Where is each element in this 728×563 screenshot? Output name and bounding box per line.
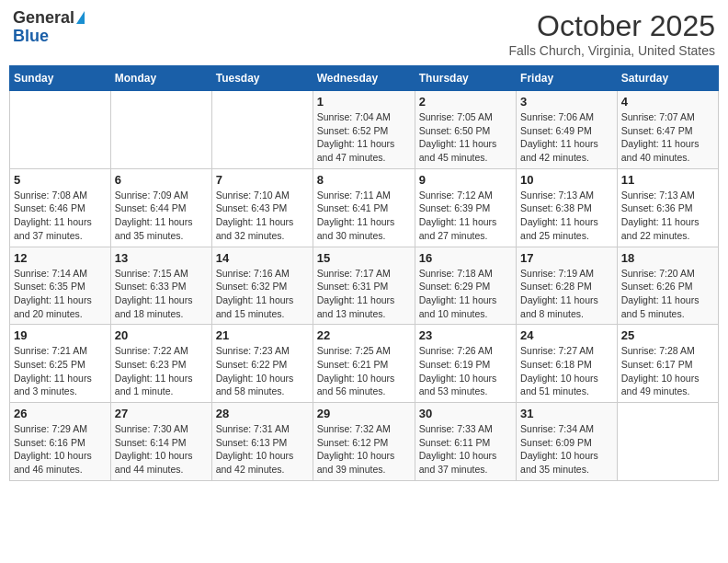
day-info: Sunrise: 7:25 AM Sunset: 6:21 PM Dayligh… — [317, 344, 411, 398]
day-number: 2 — [419, 95, 512, 109]
calendar-cell: 5Sunrise: 7:08 AM Sunset: 6:46 PM Daylig… — [10, 168, 111, 247]
day-number: 29 — [317, 407, 411, 420]
day-number: 26 — [14, 407, 107, 420]
day-info: Sunrise: 7:17 AM Sunset: 6:31 PM Dayligh… — [317, 267, 411, 321]
calendar-cell: 27Sunrise: 7:30 AM Sunset: 6:14 PM Dayli… — [110, 403, 211, 481]
day-info: Sunrise: 7:20 AM Sunset: 6:26 PM Dayligh… — [621, 267, 714, 321]
day-number: 25 — [621, 328, 714, 342]
calendar-cell: 19Sunrise: 7:21 AM Sunset: 6:25 PM Dayli… — [10, 325, 111, 403]
calendar-table: SundayMondayTuesdayWednesdayThursdayFrid… — [9, 65, 719, 481]
calendar-cell: 31Sunrise: 7:34 AM Sunset: 6:09 PM Dayli… — [517, 403, 618, 481]
calendar-cell: 24Sunrise: 7:27 AM Sunset: 6:18 PM Dayli… — [517, 325, 618, 403]
calendar-cell: 23Sunrise: 7:26 AM Sunset: 6:19 PM Dayli… — [415, 325, 516, 403]
day-number: 8 — [317, 173, 411, 187]
day-number: 21 — [216, 328, 309, 342]
day-info: Sunrise: 7:31 AM Sunset: 6:13 PM Dayligh… — [216, 422, 309, 477]
calendar-cell: 10Sunrise: 7:13 AM Sunset: 6:38 PM Dayli… — [517, 168, 618, 247]
calendar-cell: 30Sunrise: 7:33 AM Sunset: 6:11 PM Dayli… — [415, 403, 516, 481]
day-number: 28 — [216, 407, 309, 420]
calendar-cell — [617, 403, 718, 481]
day-info: Sunrise: 7:05 AM Sunset: 6:50 PM Dayligh… — [419, 110, 512, 165]
week-row-1: 1Sunrise: 7:04 AM Sunset: 6:52 PM Daylig… — [10, 91, 719, 169]
day-info: Sunrise: 7:21 AM Sunset: 6:25 PM Dayligh… — [14, 344, 107, 398]
calendar-cell: 20Sunrise: 7:22 AM Sunset: 6:23 PM Dayli… — [110, 325, 211, 403]
day-number: 5 — [14, 173, 107, 187]
calendar-cell: 2Sunrise: 7:05 AM Sunset: 6:50 PM Daylig… — [415, 91, 516, 169]
day-number: 1 — [317, 95, 411, 109]
weekday-header-saturday: Saturday — [617, 66, 718, 91]
day-number: 9 — [419, 173, 512, 187]
day-number: 7 — [216, 173, 309, 187]
month-title: October 2025 — [508, 9, 715, 43]
day-number: 27 — [115, 407, 208, 420]
weekday-header-wednesday: Wednesday — [313, 66, 415, 91]
title-block: October 2025 Falls Church, Virginia, Uni… — [508, 9, 715, 58]
day-number: 17 — [520, 251, 613, 265]
calendar-cell — [211, 91, 313, 169]
day-number: 6 — [115, 173, 208, 187]
day-info: Sunrise: 7:07 AM Sunset: 6:47 PM Dayligh… — [621, 110, 714, 165]
calendar-cell: 28Sunrise: 7:31 AM Sunset: 6:13 PM Dayli… — [211, 403, 313, 481]
calendar-cell: 16Sunrise: 7:18 AM Sunset: 6:29 PM Dayli… — [415, 247, 516, 325]
calendar-cell — [110, 91, 211, 169]
calendar-cell: 3Sunrise: 7:06 AM Sunset: 6:49 PM Daylig… — [517, 91, 618, 169]
calendar-cell: 17Sunrise: 7:19 AM Sunset: 6:28 PM Dayli… — [517, 247, 618, 325]
day-info: Sunrise: 7:19 AM Sunset: 6:28 PM Dayligh… — [520, 267, 613, 321]
calendar-cell: 11Sunrise: 7:13 AM Sunset: 6:36 PM Dayli… — [617, 168, 718, 247]
logo-blue: Blue — [13, 28, 49, 46]
day-info: Sunrise: 7:33 AM Sunset: 6:11 PM Dayligh… — [419, 422, 512, 477]
day-number: 4 — [621, 95, 714, 109]
day-info: Sunrise: 7:06 AM Sunset: 6:49 PM Dayligh… — [520, 110, 613, 165]
day-info: Sunrise: 7:12 AM Sunset: 6:39 PM Dayligh… — [419, 189, 512, 243]
day-number: 14 — [216, 251, 309, 265]
day-number: 10 — [520, 173, 613, 187]
calendar-cell: 15Sunrise: 7:17 AM Sunset: 6:31 PM Dayli… — [313, 247, 415, 325]
day-info: Sunrise: 7:22 AM Sunset: 6:23 PM Dayligh… — [115, 344, 208, 398]
day-info: Sunrise: 7:08 AM Sunset: 6:46 PM Dayligh… — [14, 189, 107, 243]
weekday-header-tuesday: Tuesday — [211, 66, 313, 91]
calendar-cell — [10, 91, 111, 169]
day-info: Sunrise: 7:29 AM Sunset: 6:16 PM Dayligh… — [14, 422, 107, 477]
logo: General Blue — [13, 9, 85, 46]
day-number: 20 — [115, 328, 208, 342]
day-info: Sunrise: 7:34 AM Sunset: 6:09 PM Dayligh… — [520, 422, 613, 477]
day-number: 13 — [115, 251, 208, 265]
calendar-cell: 26Sunrise: 7:29 AM Sunset: 6:16 PM Dayli… — [10, 403, 111, 481]
weekday-header-friday: Friday — [517, 66, 618, 91]
logo-general: General — [13, 9, 74, 28]
day-info: Sunrise: 7:13 AM Sunset: 6:38 PM Dayligh… — [520, 189, 613, 243]
calendar-cell: 14Sunrise: 7:16 AM Sunset: 6:32 PM Dayli… — [211, 247, 313, 325]
day-number: 18 — [621, 251, 714, 265]
day-info: Sunrise: 7:30 AM Sunset: 6:14 PM Dayligh… — [115, 422, 208, 477]
day-info: Sunrise: 7:15 AM Sunset: 6:33 PM Dayligh… — [115, 267, 208, 321]
calendar-cell: 4Sunrise: 7:07 AM Sunset: 6:47 PM Daylig… — [617, 91, 718, 169]
calendar-cell: 21Sunrise: 7:23 AM Sunset: 6:22 PM Dayli… — [211, 325, 313, 403]
day-number: 22 — [317, 328, 411, 342]
calendar-cell: 29Sunrise: 7:32 AM Sunset: 6:12 PM Dayli… — [313, 403, 415, 481]
week-row-5: 26Sunrise: 7:29 AM Sunset: 6:16 PM Dayli… — [10, 403, 719, 481]
calendar-cell: 22Sunrise: 7:25 AM Sunset: 6:21 PM Dayli… — [313, 325, 415, 403]
day-info: Sunrise: 7:09 AM Sunset: 6:44 PM Dayligh… — [115, 189, 208, 243]
day-number: 11 — [621, 173, 714, 187]
calendar-cell: 1Sunrise: 7:04 AM Sunset: 6:52 PM Daylig… — [313, 91, 415, 169]
day-number: 31 — [520, 407, 613, 420]
week-row-2: 5Sunrise: 7:08 AM Sunset: 6:46 PM Daylig… — [10, 168, 719, 247]
calendar-cell: 12Sunrise: 7:14 AM Sunset: 6:35 PM Dayli… — [10, 247, 111, 325]
day-info: Sunrise: 7:13 AM Sunset: 6:36 PM Dayligh… — [621, 189, 714, 243]
week-row-4: 19Sunrise: 7:21 AM Sunset: 6:25 PM Dayli… — [10, 325, 719, 403]
calendar-cell: 7Sunrise: 7:10 AM Sunset: 6:43 PM Daylig… — [211, 168, 313, 247]
weekday-header-monday: Monday — [110, 66, 211, 91]
day-info: Sunrise: 7:10 AM Sunset: 6:43 PM Dayligh… — [216, 189, 309, 243]
day-number: 3 — [520, 95, 613, 109]
day-info: Sunrise: 7:04 AM Sunset: 6:52 PM Dayligh… — [317, 110, 411, 165]
day-info: Sunrise: 7:18 AM Sunset: 6:29 PM Dayligh… — [419, 267, 512, 321]
day-info: Sunrise: 7:23 AM Sunset: 6:22 PM Dayligh… — [216, 344, 309, 398]
calendar-cell: 18Sunrise: 7:20 AM Sunset: 6:26 PM Dayli… — [617, 247, 718, 325]
day-info: Sunrise: 7:14 AM Sunset: 6:35 PM Dayligh… — [14, 267, 107, 321]
weekday-header-sunday: Sunday — [10, 66, 111, 91]
calendar-cell: 9Sunrise: 7:12 AM Sunset: 6:39 PM Daylig… — [415, 168, 516, 247]
calendar-cell: 25Sunrise: 7:28 AM Sunset: 6:17 PM Dayli… — [617, 325, 718, 403]
day-info: Sunrise: 7:32 AM Sunset: 6:12 PM Dayligh… — [317, 422, 411, 477]
day-number: 30 — [419, 407, 512, 420]
calendar-cell: 8Sunrise: 7:11 AM Sunset: 6:41 PM Daylig… — [313, 168, 415, 247]
